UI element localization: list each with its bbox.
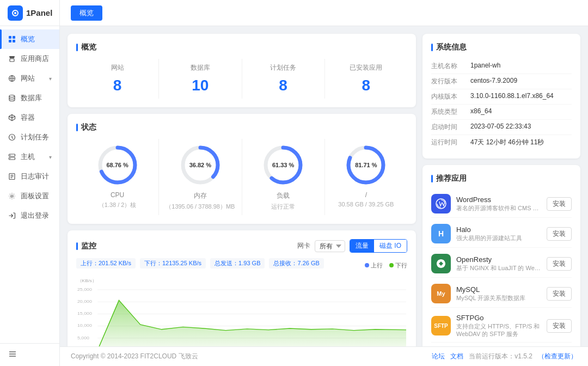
svg-text:5,000: 5,000 — [77, 335, 89, 340]
footer-docs[interactable]: 文档 — [450, 352, 463, 361]
logo: 1Panel — [0, 0, 59, 26]
sidebar-item-container[interactable]: 容器 — [0, 108, 59, 127]
gauge-disk-sub: 30.58 GB / 39.25 GB — [327, 201, 405, 208]
svg-rect-12 — [9, 157, 15, 160]
logout-icon — [8, 211, 16, 220]
app-icon-sftpgo: SFTP — [431, 316, 451, 335]
log-icon — [8, 172, 16, 181]
monitor-card-title: 监控 — [76, 241, 96, 251]
gauge-memory-text: 36.82 % — [189, 162, 211, 168]
monitor-card: 监控 网卡 所有 流量 磁盘 IO — [68, 230, 416, 346]
app-info-wordpress: WordPress 著名的开源博客软件和 CMS 系统 — [456, 196, 541, 212]
sidebar-label-website: 网站 — [21, 74, 35, 83]
svg-rect-4 — [13, 36, 15, 39]
clock-icon — [8, 133, 16, 142]
svg-point-2 — [14, 12, 16, 14]
app-item-wordpress: WordPress 著名的开源博客软件和 CMS 系统 安装 — [431, 190, 572, 218]
stat-databases: 数据库 10 — [159, 59, 242, 99]
topbar: 概览 — [60, 0, 588, 26]
globe-icon — [8, 74, 16, 83]
stat-websites-value: 8 — [76, 77, 158, 94]
sidebar-footer[interactable] — [0, 343, 59, 366]
app-icon-wordpress — [431, 194, 451, 213]
logo-icon — [8, 5, 23, 21]
sidebar-item-audit[interactable]: 日志审计 — [0, 167, 59, 186]
sidebar-item-website[interactable]: 网站 ▾ — [0, 69, 59, 88]
gear-icon — [8, 192, 16, 200]
sidebar: 1Panel 概览 应用商店 — [0, 0, 60, 366]
sidebar-item-database[interactable]: 数据库 — [0, 88, 59, 108]
overview-card-title: 概览 — [76, 42, 407, 52]
info-uptime: 运行时间 47天 12小时 46分钟 11秒 — [431, 135, 572, 150]
install-btn-openresty[interactable]: 安装 — [547, 257, 572, 271]
overview-tab[interactable]: 概览 — [71, 5, 102, 21]
svg-text:（KB/s）: （KB/s） — [77, 278, 96, 283]
monitor-filters: 网卡 所有 流量 磁盘 IO — [297, 239, 407, 253]
chart-area: （KB/s） 25,000 20,000 15,000 10,000 5,000… — [76, 276, 407, 346]
legend-up: 上行 — [365, 261, 383, 270]
content-scroll: 概览 网站 8 数据库 10 计划任务 — [60, 26, 588, 346]
sidebar-item-cron[interactable]: 计划任务 — [0, 127, 59, 147]
stat-websites-label: 网站 — [76, 63, 158, 72]
info-arch: 系统类型 x86_64 — [431, 105, 572, 120]
app-item-sftpgo: SFTP SFTPGo 支持自定义 HTTP/S、FTP/S 和 WebDAV … — [431, 310, 572, 343]
install-btn-halo[interactable]: 安装 — [547, 227, 572, 241]
right-panel: 系统信息 主机名称 1panel-wh 发行版本 centos-7.9.2009 — [422, 34, 580, 346]
svg-rect-6 — [13, 40, 15, 42]
legend-down: 下行 — [389, 261, 407, 270]
install-btn-wordpress[interactable]: 安装 — [547, 197, 572, 211]
info-table: 主机名称 1panel-wh 发行版本 centos-7.9.2009 内核版本… — [431, 59, 572, 150]
gauge-memory-sub: （1395.06 / 3788.98）MB — [161, 203, 239, 211]
svg-rect-11 — [9, 154, 15, 156]
footer-check-update[interactable]: （检查更新） — [538, 352, 577, 361]
recommended-card: 推荐应用 WordPress 著名的开源博客软件和 CMS 系统 — [422, 165, 580, 346]
sidebar-label-overview: 概览 — [21, 34, 35, 44]
sysinfo-card: 系统信息 主机名称 1panel-wh 发行版本 centos-7.9.2009 — [422, 34, 580, 158]
sidebar-label-appstore: 应用商店 — [21, 54, 49, 64]
sidebar-label-settings: 面板设置 — [21, 191, 49, 201]
sidebar-item-settings[interactable]: 面板设置 — [0, 186, 59, 206]
status-card-title: 状态 — [76, 123, 407, 132]
db-icon — [8, 94, 16, 102]
install-btn-mysql[interactable]: 安装 — [547, 287, 572, 301]
info-kernel: 内核版本 3.10.0-1160.88.1.el7.x86_64 — [431, 89, 572, 105]
app-item-mysql: My MySQL MySQL 开源关系型数据库 安装 — [431, 280, 572, 308]
app-info-openresty: OpenResty 基于 NGINX 和 LuaJIT 的 Web 平台 — [456, 255, 541, 272]
stat-databases-value: 10 — [159, 77, 241, 94]
info-hostname: 主机名称 1panel-wh — [431, 59, 572, 74]
svg-point-14 — [10, 158, 11, 159]
box-icon — [8, 113, 16, 122]
chevron-icon: ▾ — [49, 76, 52, 82]
monitor-stats: 上行：201.52 KB/s 下行：12135.25 KB/s 总发送：1.93… — [76, 258, 324, 269]
footer-copyright: Copyright © 2014-2023 FIT2CLOUD 飞致云 — [71, 352, 198, 361]
sidebar-item-host[interactable]: 主机 ▾ — [0, 147, 59, 167]
gauge-disk-label: / — [327, 191, 405, 199]
network-select[interactable]: 所有 — [315, 240, 345, 252]
monitor-btn-group: 流量 磁盘 IO — [350, 239, 407, 253]
sidebar-nav: 概览 应用商店 网站 ▾ — [0, 26, 59, 343]
sidebar-item-overview[interactable]: 概览 — [0, 29, 59, 49]
svg-text:20,000: 20,000 — [77, 298, 92, 303]
logo-text: 1Panel — [26, 8, 52, 17]
app-icon-openresty — [431, 254, 451, 273]
network-label: 网卡 — [297, 241, 310, 251]
svg-point-19 — [11, 195, 13, 197]
recommended-title: 推荐应用 — [431, 174, 572, 184]
gauge-disk: 81.71 % / 30.58 GB / 39.25 GB — [325, 139, 407, 215]
stat-cronjobs-value: 8 — [242, 77, 324, 94]
gauge-disk-text: 81.71 % — [355, 162, 377, 168]
btn-traffic[interactable]: 流量 — [350, 240, 374, 252]
footer-links: 论坛 文档 当前运行版本：v1.5.2 （检查更新） — [432, 352, 577, 361]
stat-websites: 网站 8 — [76, 59, 159, 99]
sidebar-label-logout: 退出登录 — [21, 211, 49, 221]
sidebar-label-container: 容器 — [21, 113, 35, 123]
install-btn-sftpgo[interactable]: 安装 — [547, 319, 572, 333]
footer-forum[interactable]: 论坛 — [432, 352, 445, 361]
gauge-ring-cpu: 68.76 % — [96, 143, 139, 187]
gauge-load-text: 61.33 % — [272, 162, 294, 168]
gauge-cpu: 68.76 % CPU （1.38 / 2）核 — [76, 139, 159, 215]
sidebar-item-logout[interactable]: 退出登录 — [0, 206, 59, 225]
btn-disk-io[interactable]: 磁盘 IO — [374, 240, 407, 252]
sidebar-item-appstore[interactable]: 应用商店 — [0, 49, 59, 69]
gauge-ring-memory: 36.82 % — [179, 143, 222, 187]
